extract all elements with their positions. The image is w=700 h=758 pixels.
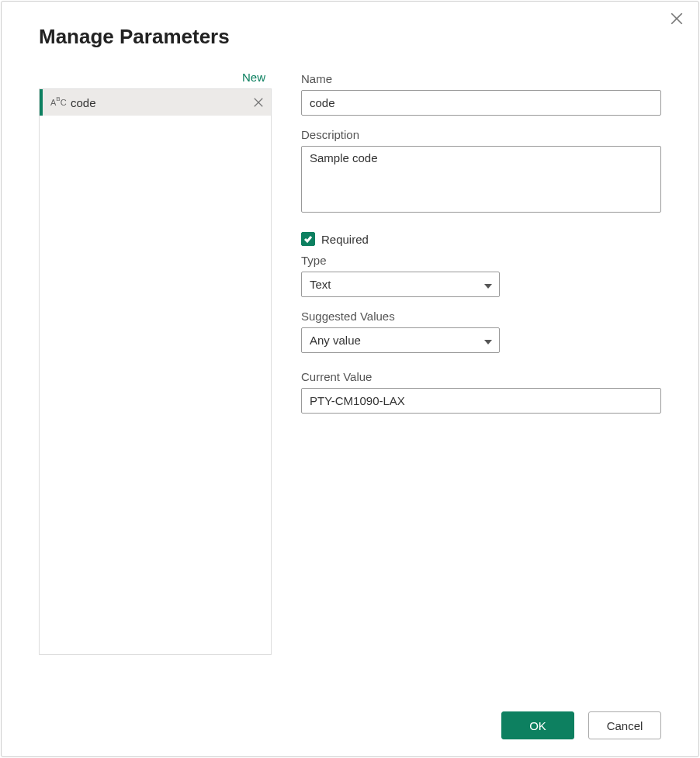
description-field-block: Description Sample code [301, 128, 661, 215]
new-row: New [39, 71, 272, 88]
type-select[interactable] [301, 272, 500, 297]
parameter-item-label: code [66, 96, 252, 109]
required-checkbox[interactable] [301, 232, 315, 246]
parameters-list: ABC code [39, 88, 272, 655]
current-value-block: Current Value [301, 370, 661, 414]
name-input[interactable] [301, 90, 661, 116]
new-parameter-button[interactable]: New [242, 71, 265, 84]
name-field-block: Name [301, 72, 661, 116]
dialog-footer: OK Cancel [501, 711, 661, 739]
current-value-input[interactable] [301, 388, 661, 414]
type-field-block: Type [301, 254, 661, 297]
close-icon[interactable] [669, 11, 684, 26]
parameter-details-pane: Name Description Sample code Required Ty… [301, 71, 661, 655]
parameters-pane: New ABC code [39, 71, 272, 655]
suggested-values-label: Suggested Values [301, 310, 661, 323]
type-label: Type [301, 254, 661, 267]
suggested-select-wrap [301, 327, 500, 353]
ok-button[interactable]: OK [501, 711, 574, 739]
current-value-label: Current Value [301, 370, 661, 383]
dialog-content: New ABC code Name Descr [2, 49, 698, 655]
text-type-icon: ABC [50, 97, 66, 108]
delete-parameter-icon[interactable] [252, 97, 265, 108]
description-input[interactable]: Sample code [301, 146, 661, 213]
cancel-button[interactable]: Cancel [588, 711, 661, 739]
manage-parameters-dialog: Manage Parameters New ABC code [1, 1, 699, 757]
required-row: Required [301, 232, 661, 246]
dialog-title: Manage Parameters [2, 2, 698, 49]
name-label: Name [301, 72, 661, 85]
suggested-values-block: Suggested Values [301, 310, 661, 353]
description-label: Description [301, 128, 661, 141]
type-select-wrap [301, 272, 500, 297]
required-label: Required [321, 233, 369, 246]
parameter-list-item[interactable]: ABC code [40, 89, 271, 116]
suggested-values-select[interactable] [301, 327, 500, 353]
